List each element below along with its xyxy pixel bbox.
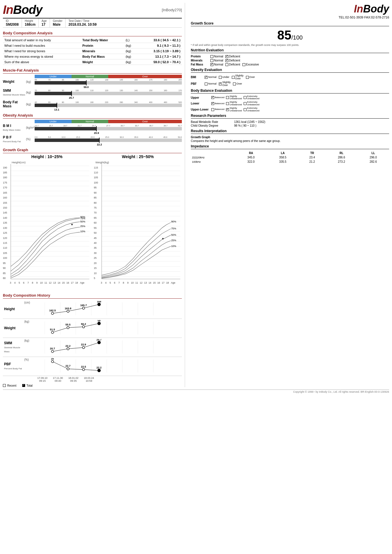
nutrition-row: Fat Mass✓NormalDeficientExcessive <box>191 63 389 66</box>
obesity-over-header: Over <box>108 120 182 123</box>
svg-text:17: 17 <box>162 281 165 284</box>
growth-score-value: 85 <box>277 28 292 42</box>
balance-row: Lower✓BalancedSlightly UnbalancedExtreme… <box>191 101 389 106</box>
bch-sparkline: 20.722.222.925.7 <box>33 339 181 355</box>
svg-text:5: 5 <box>109 281 111 284</box>
svg-text:55.5: 55.5 <box>66 323 71 326</box>
svg-text:150: 150 <box>3 206 7 209</box>
bca-title: Body Composition Analysis <box>3 30 182 36</box>
mfa-title: Muscle-Fat Analysis <box>3 67 182 74</box>
svg-text:9: 9 <box>36 281 38 284</box>
svg-text:17: 17 <box>71 281 74 284</box>
bch-title: Body Composition History <box>3 292 182 299</box>
growth-score-container: 85/100 <box>191 28 389 42</box>
svg-text:4: 4 <box>14 281 16 284</box>
svg-text:12: 12 <box>49 281 52 284</box>
svg-text:168: 168 <box>97 301 101 303</box>
bca-row: Sum of the above Weight (kg) 59.0 ( 52.0… <box>3 59 182 65</box>
obesity-title: Obesity Analysis <box>3 112 182 119</box>
growth-graph-title: Growth Graph <box>3 147 182 153</box>
svg-point-159 <box>82 307 85 309</box>
svg-text:8: 8 <box>32 281 33 284</box>
svg-point-157 <box>67 310 69 312</box>
svg-text:3: 3 <box>101 281 102 284</box>
svg-text:16: 16 <box>66 281 69 284</box>
bch-sparkline: 162.5163.8165.7168 <box>33 301 181 317</box>
svg-point-212 <box>51 360 54 363</box>
svg-text:75: 75 <box>94 206 97 209</box>
bca-row: What I need for strong bones Minerals (k… <box>3 48 182 54</box>
svg-text:85: 85 <box>94 196 97 199</box>
svg-text:185: 185 <box>3 171 7 174</box>
weight-growth-graph: Weight : 25~50% Weight(kg) 115110105 100… <box>94 154 182 292</box>
svg-point-180 <box>98 322 100 325</box>
svg-text:145: 145 <box>3 211 7 214</box>
svg-text:18: 18 <box>75 281 78 284</box>
svg-point-178 <box>82 325 85 328</box>
bch-sparkline: 51.555.556.259 <box>33 320 181 336</box>
svg-text:115: 115 <box>94 166 98 169</box>
svg-text:4: 4 <box>105 281 107 284</box>
svg-text:25%: 25% <box>171 239 176 242</box>
svg-text:22.2: 22.2 <box>66 344 71 347</box>
svg-point-161 <box>98 303 100 306</box>
svg-text:80: 80 <box>94 201 97 204</box>
height-graph-svg: Height(cm) 190185180 175170165 160155150… <box>3 160 91 292</box>
svg-text:✦: ✦ <box>162 237 164 240</box>
obesity-eval-row: BMI✓NormalUnderSlightly OverOver <box>191 74 389 80</box>
bch-row: PBFPercent Body Fat(%)2522.722.522.2 <box>3 357 182 376</box>
svg-text:15: 15 <box>94 267 97 269</box>
svg-text:3: 3 <box>10 281 11 284</box>
svg-text:30: 30 <box>94 252 97 254</box>
svg-text:13: 13 <box>144 281 147 284</box>
svg-text:25%: 25% <box>80 225 85 228</box>
svg-text:6: 6 <box>114 281 115 284</box>
svg-text:120: 120 <box>3 237 7 239</box>
svg-text:22.2: 22.2 <box>96 366 102 369</box>
svg-text:115: 115 <box>3 242 7 244</box>
svg-text:40: 40 <box>94 242 97 244</box>
header: InBody [InBody270] <box>3 3 182 17</box>
bca-row: Total amount of water in my body Total B… <box>3 38 182 43</box>
svg-text:125: 125 <box>3 231 7 234</box>
svg-point-218 <box>98 369 100 372</box>
svg-text:9: 9 <box>127 281 128 284</box>
svg-text:165.7: 165.7 <box>80 304 87 306</box>
svg-text:Height(cm): Height(cm) <box>12 161 26 164</box>
svg-text:50%: 50% <box>80 220 85 223</box>
body-balance: Upper✓BalancedSlightly UnbalancedExtreme… <box>191 95 389 112</box>
nutrition-eval: ProteinNormal✓DeficientMineralsNormal✓De… <box>191 55 389 66</box>
svg-text:110: 110 <box>3 246 7 249</box>
obesity-eval: BMI✓NormalUnderSlightly OverOverPBFNorma… <box>191 74 389 87</box>
right-header: InBody TEL:02-501-3939 FAX:02-578-2716 <box>191 3 389 19</box>
nutrition-eval-title: Nutrition Evaluation <box>191 48 389 53</box>
svg-text:105: 105 <box>94 176 98 179</box>
svg-text:Weight(kg): Weight(kg) <box>95 161 109 164</box>
body-balance-title: Body Balance Evaluation <box>191 89 389 93</box>
results-interp: Growth Graph Compares the height and wei… <box>191 136 389 143</box>
recent-checkbox: Recent <box>3 384 16 387</box>
patient-height-cell: Height 168cm <box>22 18 39 27</box>
svg-text:5: 5 <box>94 277 95 280</box>
nutrition-row: ProteinNormal✓Deficient <box>191 55 389 58</box>
svg-text:11: 11 <box>44 281 47 284</box>
svg-text:155: 155 <box>3 201 7 204</box>
svg-text:Age: Age <box>80 281 85 284</box>
svg-text:12: 12 <box>140 281 143 284</box>
svg-text:90: 90 <box>94 191 97 194</box>
svg-text:90%: 90% <box>171 220 176 223</box>
svg-text:6: 6 <box>23 281 25 284</box>
svg-point-155 <box>51 312 54 315</box>
svg-text:51.5: 51.5 <box>50 328 55 331</box>
svg-text:16: 16 <box>157 281 160 284</box>
growth-graphs: Height : 10~25% Height(cm) 190185180 175… <box>3 154 182 292</box>
svg-point-174 <box>51 331 54 334</box>
bch-row: Weight(kg)51.555.556.259 <box>3 319 182 338</box>
svg-text:160: 160 <box>3 196 7 199</box>
research-params-title: Research Parameters <box>191 114 389 119</box>
patient-age-cell: Age 17 <box>39 18 50 27</box>
svg-text:175: 175 <box>3 181 7 184</box>
svg-text:8: 8 <box>123 281 124 284</box>
svg-text:165: 165 <box>3 191 7 194</box>
svg-text:14: 14 <box>58 281 61 284</box>
